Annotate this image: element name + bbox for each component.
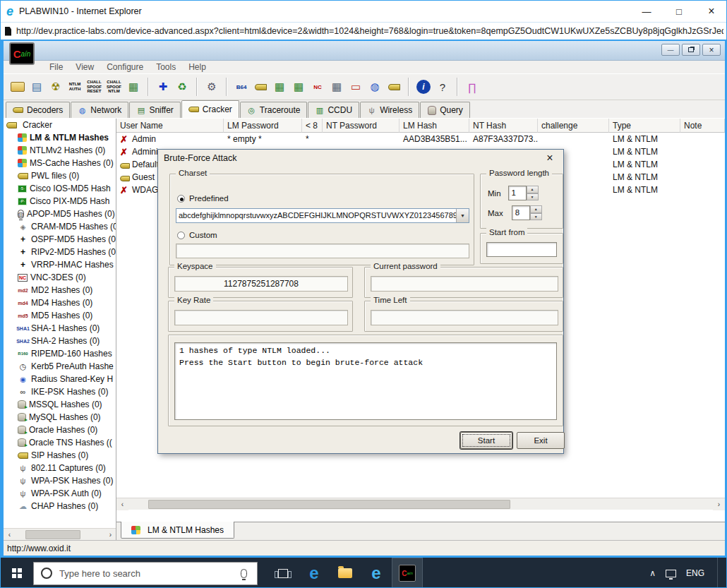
toolbar-icon[interactable] <box>196 78 198 96</box>
column-header[interactable]: Note <box>680 119 725 133</box>
tab-wireless[interactable]: ψ Wireless <box>360 102 419 118</box>
column-header[interactable]: Type <box>609 119 680 133</box>
tree-item[interactable]: + RIPv2-MD5 Hashes (0) <box>4 246 116 258</box>
toolbar-icon[interactable] <box>148 78 149 96</box>
minimize-button[interactable]: — <box>630 1 663 22</box>
scroll-thumb[interactable] <box>148 500 510 509</box>
menu-item[interactable]: Help <box>184 61 211 73</box>
cain-restore-button[interactable] <box>682 44 700 56</box>
tab-network[interactable]: ◍ Network <box>71 102 128 118</box>
show-desktop-button[interactable] <box>717 558 718 588</box>
tree-item[interactable]: md2 MD2 Hashes (0) <box>4 284 116 296</box>
column-header[interactable]: User Name <box>116 119 224 133</box>
tab-decoders[interactable]: Decoders <box>6 102 70 118</box>
column-header[interactable]: LM Password <box>224 119 302 133</box>
column-header[interactable]: challenge <box>538 119 609 133</box>
save-icon[interactable]: ▤ <box>30 78 44 96</box>
tree-item[interactable]: NTLMv2 Hashes (0) <box>4 144 116 157</box>
downgrade-icon[interactable]: ▦ <box>126 78 140 96</box>
column-header[interactable]: LM Hash <box>399 119 469 133</box>
base64-icon[interactable]: B64 <box>234 78 248 96</box>
toolbar-icon[interactable] <box>226 78 227 96</box>
tree-item[interactable]: MS-Cache Hashes (0) <box>4 157 116 169</box>
password-decoder-icon[interactable] <box>253 78 268 96</box>
tree-item[interactable]: ψ 802.11 Captures (0) <box>4 462 116 474</box>
min-length-stepper[interactable]: 1 ▲▼ <box>508 186 539 200</box>
hash-calculator-icon[interactable]: ⚙ <box>205 78 219 96</box>
menu-item[interactable]: File <box>44 61 68 73</box>
remote-desktop-icon[interactable]: ▭ <box>349 78 363 96</box>
tree-item[interactable]: LM & NTLM Hashes <box>4 131 116 144</box>
charset-combobox[interactable]: abcdefghijklmnopqrstuvwxyzABCDEFGHIJKLMN… <box>176 208 469 223</box>
table-hscrollbar[interactable]: ‹ › <box>116 498 725 510</box>
start-button-taskbar[interactable] <box>1 558 33 588</box>
tree-item[interactable]: ∞ IKE-PSK Hashes (0) <box>4 385 116 398</box>
tree-item[interactable]: md4 MD4 Hashes (0) <box>4 296 116 309</box>
url-field[interactable]: http://dev.practice-labs.com/device-adva… <box>16 26 723 36</box>
tree-item[interactable]: MSSQL Hashes (0) <box>4 398 116 411</box>
tree-item[interactable]: ◍ APOP-MD5 Hashes (0) <box>4 208 116 220</box>
task-view-button[interactable] <box>268 558 299 588</box>
tree-item[interactable]: PWL files (0) <box>4 169 116 182</box>
ntlm-auth-icon[interactable]: NTLM AUTH <box>68 78 82 96</box>
tree-item[interactable]: SHA2 SHA-2 Hashes (0) <box>4 335 116 347</box>
help-icon[interactable]: ? <box>435 78 450 96</box>
scroll-left-arrow[interactable]: ‹ <box>4 529 16 541</box>
tree-item[interactable]: ☁ CHAP Hashes (0) <box>4 500 116 512</box>
file-explorer-taskbar-icon[interactable] <box>330 558 361 588</box>
add-to-list-icon[interactable]: ✚ <box>156 78 170 96</box>
start-button[interactable]: Start <box>460 432 512 449</box>
tab-traceroute[interactable]: ◎ Traceroute <box>240 102 308 118</box>
open-file-icon[interactable] <box>11 78 25 96</box>
toolbar-icon[interactable] <box>408 78 409 96</box>
tree-item[interactable]: SHA1 SHA-1 Hashes (0) <box>4 322 116 335</box>
network-tray-icon[interactable] <box>666 570 676 577</box>
toolbar-icon[interactable] <box>457 78 458 96</box>
start-from-field[interactable] <box>486 242 557 257</box>
scroll-left-arrow[interactable]: ‹ <box>116 498 128 510</box>
nuclear-icon[interactable]: ☢ <box>49 78 63 96</box>
spin-up-icon[interactable]: ▲ <box>527 186 539 193</box>
tree-item[interactable]: Oracle Hashes (0) <box>4 424 116 436</box>
taskbar-search[interactable]: Type here to search <box>33 562 258 585</box>
internet-explorer-taskbar-icon[interactable]: e <box>361 558 392 588</box>
microphone-icon[interactable] <box>241 569 247 578</box>
column-header[interactable]: NT Hash <box>469 119 538 133</box>
tree-item[interactable]: SIP Hashes (0) <box>4 449 116 462</box>
cain-taskbar-icon[interactable]: Caín <box>392 558 423 588</box>
tree-item[interactable]: + VRRP-HMAC Hashes <box>4 258 116 271</box>
tree-item[interactable]: + OSPF-MD5 Hashes (0) <box>4 233 116 246</box>
column-header[interactable]: < 8 <box>302 119 323 133</box>
show-hidden-icons-chevron[interactable]: ∧ <box>649 568 656 578</box>
table-row[interactable]: Admin * empty * * AAD3B435B51... A87F3A3… <box>116 133 725 145</box>
column-header[interactable]: NT Password <box>323 119 399 133</box>
tree-item[interactable]: ψ WPA-PSK Hashes (0) <box>4 474 116 487</box>
bottom-tab-lm-ntlm-hashes[interactable]: LM & NTLM Hashes <box>121 522 234 539</box>
tab-cracker[interactable]: Cracker <box>181 100 239 118</box>
spin-down-icon[interactable]: ▼ <box>527 193 539 201</box>
spin-up-icon[interactable]: ▲ <box>530 205 542 213</box>
info-icon[interactable]: i <box>416 80 431 94</box>
custom-radio[interactable]: Custom <box>177 231 217 239</box>
spin-down-icon[interactable]: ▼ <box>530 213 542 221</box>
tree-item[interactable]: ·5· Cisco IOS-MD5 Hash <box>4 182 116 195</box>
tree-item[interactable]: ψ WPA-PSK Auth (0) <box>4 487 116 500</box>
scroll-right-arrow[interactable]: › <box>713 498 725 510</box>
predefined-radio[interactable]: Predefined <box>177 194 229 203</box>
close-button[interactable]: × <box>695 1 727 22</box>
max-length-stepper[interactable]: 8 ▲▼ <box>512 205 542 220</box>
chall-spoof-ntlm-icon[interactable]: CHALL SPOOF NTLM <box>107 78 121 96</box>
tree-item[interactable]: ◷ Kerb5 PreAuth Hashe <box>4 360 116 373</box>
cain-minimize-button[interactable]: — <box>661 44 680 56</box>
tree-item[interactable]: ◈ CRAM-MD5 Hashes (0) <box>4 220 116 233</box>
custom-charset-field[interactable] <box>176 244 469 258</box>
tree-item[interactable]: R160 RIPEMD-160 Hashes <box>4 347 116 360</box>
wireless-scan-icon[interactable]: ◍ <box>368 78 382 96</box>
vpn-decoder-icon[interactable]: ▦ <box>292 78 306 96</box>
tree-item[interactable]: NC VNC-3DES (0) <box>4 271 116 284</box>
tree-item[interactable]: md5 MD5 Hashes (0) <box>4 309 116 322</box>
tree-item[interactable]: ◉ Radius Shared-Key H <box>4 373 116 385</box>
chall-spoof-reset-icon[interactable]: CHALL SPOOF RESET <box>87 78 102 96</box>
scroll-thumb[interactable] <box>25 530 80 539</box>
language-indicator[interactable]: ENG <box>686 568 704 578</box>
